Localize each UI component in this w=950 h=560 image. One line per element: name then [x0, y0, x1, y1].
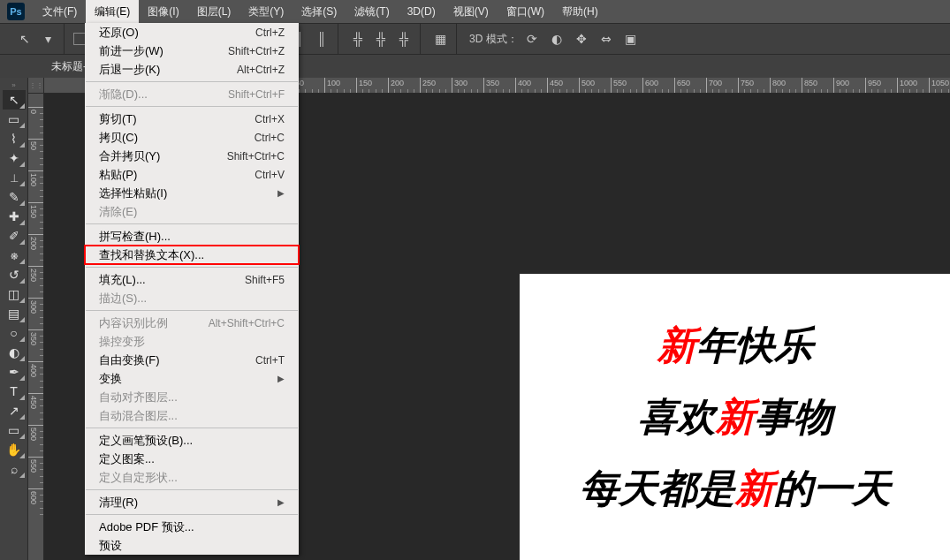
- menu-视图v[interactable]: 视图(V): [445, 0, 498, 23]
- menu-3dd[interactable]: 3D(D): [399, 0, 445, 23]
- menu-item-渐隐D: 渐隐(D)...Shift+Ctrl+F: [85, 85, 299, 103]
- ruler-origin[interactable]: ⋮⋮: [28, 78, 44, 94]
- canvas-text-line[interactable]: 喜欢新事物: [546, 391, 923, 443]
- document-canvas[interactable]: 新年快乐喜欢新事物每天都是新的一天: [520, 274, 950, 560]
- menu-item-前进一步W[interactable]: 前进一步(W)Shift+Ctrl+Z: [85, 42, 299, 60]
- tool-blur[interactable]: ○: [3, 323, 26, 343]
- tool-eyedropper[interactable]: ✎: [3, 187, 26, 207]
- menu-item-label: 后退一步(K): [99, 62, 160, 78]
- menu-separator: [86, 514, 298, 515]
- menu-item-剪切T[interactable]: 剪切(T)Ctrl+X: [85, 110, 299, 128]
- menu-item-label: 描边(S)...: [99, 291, 147, 306]
- menu-item-粘贴P[interactable]: 粘贴(P)Ctrl+V: [85, 165, 299, 184]
- text-segment: 新: [657, 323, 696, 367]
- menu-item-定义画笔预设B[interactable]: 定义画笔预设(B)...: [85, 431, 299, 450]
- spacing-icon[interactable]: ╬: [393, 28, 414, 49]
- menu-item-label: 预设: [99, 538, 122, 554]
- menu-item-label: 剪切(T): [99, 111, 137, 127]
- menu-item-选择性粘贴I[interactable]: 选择性粘贴(I)▶: [85, 184, 299, 202]
- menu-item-填充L[interactable]: 填充(L)...Shift+F5: [85, 270, 299, 289]
- auto-align-icon[interactable]: ▦: [429, 28, 451, 49]
- menu-item-label: 填充(L)...: [99, 272, 146, 288]
- menu-item-label: 选择性粘贴(I): [99, 185, 167, 201]
- menu-item-label: 变换: [99, 371, 122, 387]
- menu-item-合并拷贝Y[interactable]: 合并拷贝(Y)Shift+Ctrl+C: [85, 147, 299, 165]
- submenu-arrow-icon: ▶: [277, 374, 285, 383]
- menu-separator: [86, 310, 298, 311]
- menu-选择s[interactable]: 选择(S): [293, 0, 346, 23]
- menu-帮助h[interactable]: 帮助(H): [553, 0, 607, 23]
- menu-shortcut: Ctrl+Z: [255, 26, 285, 39]
- menu-item-描边S: 描边(S)...: [85, 289, 299, 307]
- menu-separator: [86, 106, 298, 107]
- menu-separator: [86, 428, 298, 428]
- toolbox-handle[interactable]: »: [2, 81, 27, 88]
- tool-brush[interactable]: ✐: [3, 226, 26, 246]
- text-segment: 每天都是: [580, 466, 735, 510]
- tool-preset-dropdown[interactable]: ▾: [37, 28, 58, 49]
- menu-item-清理R[interactable]: 清理(R)▶: [85, 493, 299, 511]
- menu-滤镜t[interactable]: 滤镜(T): [346, 0, 398, 23]
- menu-item-变换[interactable]: 变换▶: [85, 369, 299, 388]
- canvas-text-line[interactable]: 每天都是新的一天: [546, 463, 923, 515]
- menu-文件f[interactable]: 文件(F): [34, 0, 86, 23]
- auto-select-checkbox[interactable]: [73, 33, 86, 45]
- menu-item-后退一步K[interactable]: 后退一步(K)Alt+Ctrl+Z: [85, 60, 299, 79]
- canvas-text-line[interactable]: 新年快乐: [546, 320, 923, 372]
- menu-item-查找和替换文本X[interactable]: 查找和替换文本(X)...: [85, 246, 299, 264]
- menu-shortcut: Ctrl+V: [255, 169, 285, 181]
- menu-类型y[interactable]: 类型(Y): [239, 0, 293, 23]
- tool-hand[interactable]: ✋: [3, 440, 26, 459]
- tool-eraser[interactable]: ◫: [3, 284, 26, 304]
- menu-item-还原O[interactable]: 还原(O)Ctrl+Z: [85, 23, 299, 42]
- tool-stamp[interactable]: ⎈: [3, 246, 26, 265]
- menu-shortcut: Alt+Ctrl+Z: [237, 64, 285, 76]
- menu-item-label: 前进一步(W): [99, 43, 163, 59]
- tool-rect-select[interactable]: ▭: [3, 110, 26, 129]
- menu-item-拷贝C[interactable]: 拷贝(C)Ctrl+C: [85, 128, 299, 147]
- tool-path-select[interactable]: ↗: [3, 401, 26, 420]
- menu-item-label: 自由变换(F): [99, 352, 160, 368]
- menu-shortcut: Ctrl+C: [255, 132, 285, 144]
- submenu-arrow-icon: ▶: [277, 188, 285, 198]
- menu-shortcut: Alt+Shift+Ctrl+C: [209, 317, 285, 329]
- menu-item-Adobe PDF 预设[interactable]: Adobe PDF 预设...: [85, 518, 299, 536]
- tool-gradient[interactable]: ▤: [3, 304, 26, 323]
- menu-item-自由变换F[interactable]: 自由变换(F)Ctrl+T: [85, 351, 299, 369]
- menu-item-清除E: 清除(E): [85, 202, 299, 221]
- menu-item-预设[interactable]: 预设: [85, 536, 299, 555]
- tool-healing[interactable]: ✚: [3, 207, 26, 226]
- menu-编辑e[interactable]: 编辑(E): [86, 0, 139, 23]
- tool-lasso[interactable]: ⌇: [3, 129, 26, 148]
- menu-图层l[interactable]: 图层(L): [188, 0, 240, 23]
- text-segment: 喜欢: [638, 395, 716, 438]
- tool-history-brush[interactable]: ↺: [3, 265, 26, 284]
- menu-窗口w[interactable]: 窗口(W): [498, 0, 553, 23]
- 3d-pan-icon[interactable]: ✥: [571, 28, 592, 49]
- menu-separator: [86, 81, 298, 82]
- menu-item-内容识别比例: 内容识别比例Alt+Shift+Ctrl+C: [85, 314, 299, 332]
- move-tool-indicator[interactable]: ↖: [14, 28, 35, 49]
- tool-crop[interactable]: ⟂: [3, 168, 26, 187]
- menu-图像i[interactable]: 图像(I): [139, 0, 187, 23]
- tool-pen[interactable]: ✒: [3, 362, 26, 382]
- 3d-scale-icon[interactable]: ▣: [620, 28, 642, 49]
- tool-magic-wand[interactable]: ✦: [3, 148, 26, 168]
- menu-separator: [86, 267, 298, 268]
- 3d-rotate-icon[interactable]: ⟳: [521, 28, 543, 49]
- tool-text[interactable]: T: [3, 382, 26, 401]
- menu-item-定义图案[interactable]: 定义图案...: [85, 450, 299, 468]
- menu-item-自动对齐图层: 自动对齐图层...: [85, 388, 299, 406]
- submenu-arrow-icon: ▶: [277, 497, 285, 507]
- tool-zoom[interactable]: ⌕: [3, 459, 26, 479]
- menu-item-拼写检查H[interactable]: 拼写检查(H)...: [85, 227, 299, 246]
- tool-dodge[interactable]: ◐: [3, 343, 26, 362]
- distribute-icon[interactable]: ║: [311, 28, 332, 49]
- spacing-h-icon[interactable]: ╬: [347, 28, 369, 49]
- tool-shape[interactable]: ▭: [3, 420, 26, 440]
- 3d-slide-icon[interactable]: ⇔: [596, 28, 617, 49]
- spacing-v-icon[interactable]: ╬: [370, 28, 391, 49]
- tool-move[interactable]: ↖: [3, 90, 26, 110]
- ruler-vertical[interactable]: 050100150200250300350400450500550600: [28, 94, 44, 560]
- 3d-roll-icon[interactable]: ◐: [546, 28, 567, 49]
